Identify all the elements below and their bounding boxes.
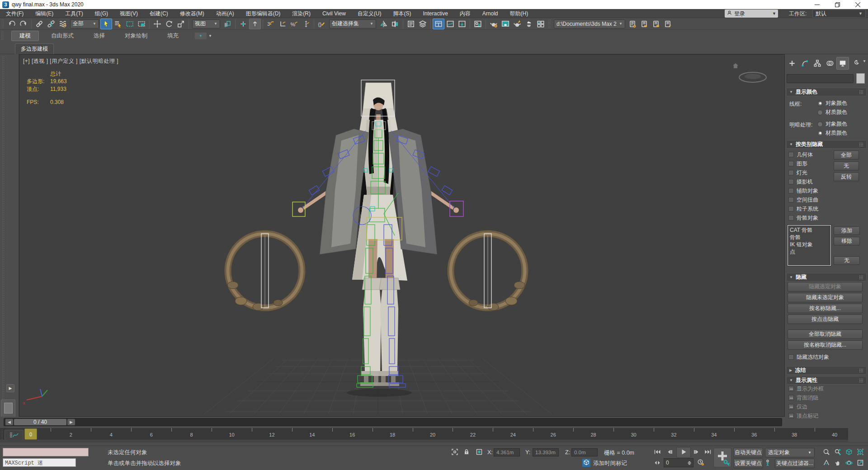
maxscript-mini-listener[interactable]: MAXScript 迷	[3, 458, 76, 467]
add-time-tag-text[interactable]: 添加时间标记	[593, 460, 627, 467]
ribbon-tab-建模[interactable]: 建模	[11, 31, 39, 41]
menu-item-0[interactable]: 文件(F)	[0, 9, 29, 18]
command-panel-tab-modify[interactable]	[798, 57, 811, 70]
named-sets-button[interactable]: {}	[316, 19, 328, 29]
next-frame-button[interactable]: ▶	[67, 419, 75, 425]
script-new-button[interactable]	[627, 19, 638, 29]
menu-item-16[interactable]: 帮助(H)	[504, 9, 534, 18]
list-item[interactable]: CAT 骨骼	[790, 226, 829, 234]
toolbar-grip[interactable]	[1, 19, 5, 29]
category-checkbox-row-空间扭曲[interactable]: 空间扭曲	[788, 195, 818, 204]
absolute-mode-toggle[interactable]	[475, 448, 484, 457]
category-checkbox-row-骨骼对象[interactable]: 骨骼对象	[788, 213, 818, 222]
field-of-view-button[interactable]	[822, 459, 831, 468]
menu-item-14[interactable]: 内容	[454, 9, 476, 18]
kbd-override-button[interactable]	[249, 19, 261, 29]
add-time-tag-button[interactable]	[582, 459, 590, 467]
select-by-name-button[interactable]	[112, 19, 124, 29]
menu-item-10[interactable]: Civil View	[316, 9, 352, 18]
go-to-end-button[interactable]	[703, 448, 712, 457]
command-panel-tab-display[interactable]	[836, 57, 849, 70]
category-checkbox[interactable]	[788, 215, 794, 221]
command-panel-tab-motion[interactable]	[824, 57, 836, 70]
select-manipulate-button[interactable]	[237, 19, 249, 29]
close-button[interactable]	[848, 0, 868, 9]
toolbar-grip[interactable]	[548, 19, 551, 29]
time-slider-handle[interactable]: ◀ 0 / 40 ▶	[5, 419, 75, 425]
play-button[interactable]	[676, 447, 691, 458]
previous-frame-button[interactable]	[665, 448, 674, 457]
category-checkbox-row-几何体[interactable]: 几何体	[788, 150, 818, 159]
radio-circle[interactable]	[817, 110, 823, 115]
viewport-label[interactable]: [+] [透视 ] [用户定义 ] [默认明暗处理 ]	[23, 57, 118, 65]
rendered-frame-button[interactable]	[500, 19, 511, 29]
polygon-modeling-panel-tab[interactable]: 多边形建模	[15, 43, 54, 54]
time-display[interactable]: 0 / 40	[14, 419, 66, 425]
menu-item-1[interactable]: 编辑(E)	[29, 9, 59, 18]
project-folder-combo[interactable]: d:\Documents\3ds Max 2020▼	[554, 19, 625, 28]
list-移除-button[interactable]: 移除	[834, 237, 860, 245]
menu-item-9[interactable]: 渲染(R)	[286, 9, 316, 18]
category-全部-button[interactable]: 全部	[834, 150, 859, 160]
undo-button[interactable]	[6, 19, 18, 29]
prev-frame-button[interactable]: ◀	[5, 419, 13, 425]
x-coordinate-field[interactable]: 4.361m	[494, 448, 520, 456]
key-mode-combo[interactable]: 选定对象 ▼	[765, 448, 815, 457]
named-selection-combo[interactable]: 创建选择集▼	[329, 19, 376, 28]
category-custom-list[interactable]: CAT 骨骼骨骼IK 链对象点	[788, 225, 831, 266]
display-prop-checkbox[interactable]	[788, 404, 794, 409]
macro-recorder-field[interactable]	[3, 448, 89, 456]
zoom-button[interactable]	[822, 448, 831, 457]
selection-lock-button[interactable]	[462, 448, 471, 457]
bind-spacewarp-button[interactable]	[57, 19, 69, 29]
display-prop-row-顶点标记[interactable]: 顶点标记	[788, 411, 824, 420]
render-gallery-button[interactable]	[535, 19, 547, 29]
snap-angle-button[interactable]	[277, 19, 288, 29]
snap-percent-button[interactable]: %	[288, 19, 300, 29]
menu-item-15[interactable]: Arnold	[476, 9, 504, 18]
ribbon-tab-选择[interactable]: 选择	[86, 31, 113, 41]
category-checkbox-row-摄影机[interactable]: 摄影机	[788, 177, 818, 186]
use-pivot-button[interactable]	[222, 19, 233, 29]
menu-item-11[interactable]: 自定义(U)	[352, 9, 387, 18]
pan-button[interactable]	[833, 459, 842, 468]
ribbon-tab-自由形式[interactable]: 自由形式	[43, 31, 81, 41]
category-checkbox[interactable]	[788, 188, 794, 193]
zoom-extents-button[interactable]	[844, 448, 854, 457]
z-coordinate-field[interactable]: 0.0m	[571, 448, 598, 456]
menu-item-5[interactable]: 创建(C)	[144, 9, 174, 18]
radio-材质颜色-radio-wireframe[interactable]: 材质颜色	[817, 108, 847, 116]
display-name-combo[interactable]	[787, 74, 854, 83]
minimize-button[interactable]	[807, 0, 827, 9]
key-filter-icon-button[interactable]	[764, 459, 773, 468]
render-production-button[interactable]	[511, 19, 523, 29]
script-open-button[interactable]	[638, 19, 650, 29]
category-checkbox[interactable]	[788, 206, 794, 212]
scale-button[interactable]	[175, 19, 187, 29]
display-prop-checkbox[interactable]	[788, 386, 794, 391]
hide-按点击隐藏-button[interactable]: 按点击隐藏	[788, 315, 863, 324]
list-item[interactable]: 点	[790, 248, 829, 255]
expand-tray-button[interactable]: ▶	[6, 384, 14, 392]
ribbon-config-dropdown[interactable]: ▼	[195, 33, 207, 39]
category-checkbox[interactable]	[788, 197, 794, 202]
category-反转-button[interactable]: 反转	[834, 172, 859, 181]
list-添加-button[interactable]: 添加	[834, 226, 860, 235]
radio-circle[interactable]	[817, 122, 823, 127]
script-edit-button[interactable]	[662, 19, 674, 29]
script-run-button[interactable]	[650, 19, 662, 29]
category-checkbox[interactable]	[788, 170, 794, 175]
rollout-hide[interactable]: ▼ 隐藏	[786, 273, 867, 282]
selection-filter-combo[interactable]: 全部▼	[70, 19, 99, 28]
unlink-button[interactable]	[45, 19, 57, 29]
menu-item-6[interactable]: 修改器(M)	[174, 9, 210, 18]
ribbon-grip[interactable]	[1, 31, 4, 41]
category-checkbox-row-灯光[interactable]: 灯光	[788, 168, 818, 177]
hide-frozen-checkbox[interactable]	[788, 354, 794, 360]
ribbon-tab-填充[interactable]: 填充	[160, 31, 186, 41]
redo-button[interactable]	[18, 19, 29, 29]
select-object-button[interactable]	[100, 19, 112, 29]
window-crossing-button[interactable]	[136, 19, 147, 29]
key-filters-button[interactable]: 关键点过滤器...	[775, 459, 815, 468]
menu-item-13[interactable]: Interactive	[417, 9, 453, 18]
